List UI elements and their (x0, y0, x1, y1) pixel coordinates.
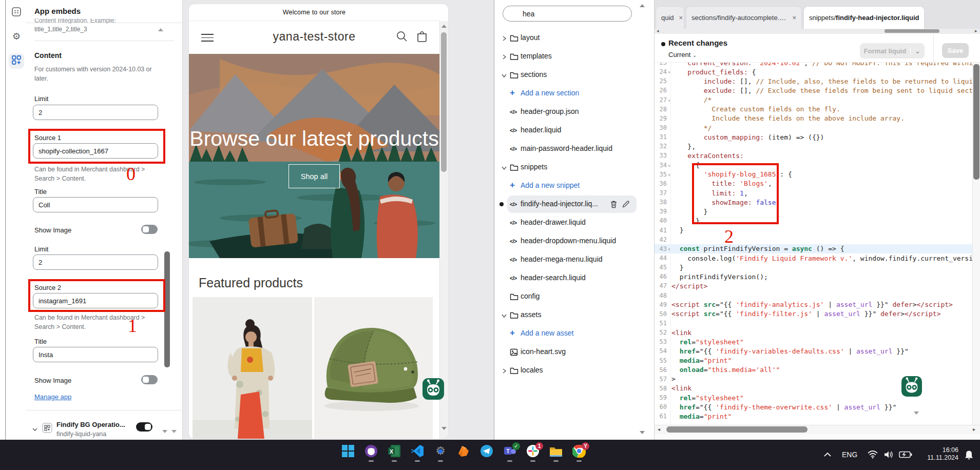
code-line-24[interactable]: 24∨ product_fields: { (655, 67, 972, 76)
cart-bag-icon[interactable] (415, 30, 429, 43)
code-line-56[interactable]: 56 onload="this.media='all'" (655, 365, 972, 375)
tree-file-header-dropdown-menu-liquid[interactable]: </>header-dropdown-menu.liquid (494, 232, 655, 250)
code-line-48[interactable]: 48 (655, 291, 972, 300)
code-line-29[interactable]: 29 Include these fields on the above inc… (655, 114, 972, 123)
code-line-59[interactable]: 59 rel="stylesheet" (655, 393, 972, 402)
chevron-down-icon[interactable] (501, 164, 508, 171)
taskbar-teams-icon[interactable]: T✓ (503, 444, 517, 462)
notification-bell-icon[interactable] (964, 450, 974, 460)
volume-icon[interactable] (884, 451, 894, 459)
code-line-33[interactable]: 33 extraContents: (655, 151, 972, 160)
tree-action-add-a-new-asset[interactable]: +Add a new asset (494, 324, 655, 343)
tab-scrollbar-thumb[interactable] (885, 29, 939, 33)
tree-file-icon-heart-svg[interactable]: icon-heart.svg (494, 343, 655, 361)
edit-icon[interactable] (622, 200, 630, 208)
tab-partial-liquid[interactable]: quid× (656, 6, 684, 29)
tab-findify-head-injector[interactable]: snippets/findify-head-injector.liquid× (803, 6, 925, 29)
format-liquid-button[interactable]: Format liquid⌄ (860, 43, 925, 58)
chevron-down-icon[interactable] (501, 311, 508, 319)
tree-folder-locales[interactable]: locales (494, 361, 655, 380)
code-line-31[interactable]: 31 custom_mapping: (item) => ({}) (655, 132, 972, 142)
tree-folder-snippets[interactable]: snippets (494, 158, 655, 177)
version-select[interactable]: Current ⌄ (668, 51, 697, 58)
findify-assistant-button[interactable] (901, 376, 922, 399)
scroll-left-icon[interactable]: ◂ (658, 426, 660, 432)
code-line-60[interactable]: 60 href="{{ 'findify-theme-overwrite.css… (655, 402, 972, 412)
code-line-32[interactable]: 32 }, (655, 142, 972, 151)
scroll-left-icon[interactable]: ◂ (657, 28, 659, 33)
code-line-53[interactable]: 53 rel="stylesheet" (655, 337, 972, 346)
title2-input[interactable] (33, 347, 158, 362)
taskbar-fox-browser-icon[interactable] (456, 444, 471, 462)
code-line-26[interactable]: 26 exclude: [], // Exclude these fields … (655, 86, 972, 95)
tree-file-header-group-json[interactable]: </>header-group.json (494, 103, 655, 121)
sidebar-item-theme-settings[interactable]: ⚙ (9, 29, 24, 44)
wifi-icon[interactable] (868, 451, 878, 459)
limit1-input[interactable] (33, 105, 158, 120)
tree-folder-sections[interactable]: sections (494, 66, 655, 84)
tab-findify-autocomplete[interactable]: sections/findify-autocomplete.liquid× (686, 6, 802, 29)
code-line-57[interactable]: 57> (655, 375, 972, 384)
code-line-41[interactable]: 41 } (655, 226, 972, 235)
close-icon[interactable]: × (792, 14, 796, 22)
code-line-39[interactable]: 39 } (655, 207, 972, 216)
tree-file-header-mega-menu-liquid[interactable]: </>header-mega-menu.liquid (494, 250, 655, 269)
tree-file-header-liquid[interactable]: </>header.liquid (494, 121, 655, 140)
chevron-down-icon[interactable]: ⌄ (910, 47, 925, 55)
tree-file-header-drawer-liquid[interactable]: </>header-drawer.liquid (494, 213, 655, 232)
code-line-52[interactable]: 52<link (655, 328, 972, 337)
show-image1-toggle[interactable] (141, 225, 158, 234)
scroll-up-icon[interactable] (441, 25, 447, 28)
product-image-dress[interactable] (193, 297, 312, 439)
code-line-34[interactable]: 34∨ { (655, 161, 972, 170)
code-line-49[interactable]: 49<script src="{{ 'findify-analytics.js'… (655, 300, 972, 309)
source2-input[interactable] (33, 293, 158, 308)
product-image-cap[interactable] (314, 297, 433, 439)
code-line-40[interactable]: 40 } (655, 216, 972, 225)
sidebar-item-app-embeds[interactable] (9, 53, 24, 69)
trash-icon[interactable] (610, 200, 618, 208)
code-line-27[interactable]: 27∨ /* (655, 95, 972, 105)
scroll-down-icon[interactable] (640, 431, 645, 434)
shop-all-button[interactable]: Shop all (289, 164, 340, 188)
search-icon[interactable] (395, 30, 409, 43)
title1-input[interactable] (33, 197, 158, 212)
code-line-51[interactable]: 51 (655, 319, 972, 328)
chevron-right-icon[interactable] (501, 367, 508, 374)
tree-folder-assets[interactable]: assets (494, 306, 655, 324)
taskbar-slack-icon[interactable]: 1 (526, 444, 540, 462)
code-line-28[interactable]: 28 Create custom fields on the fly. (655, 105, 972, 114)
tree-file-main-password-header-liquid[interactable]: </>main-password-header.liquid (494, 140, 655, 158)
code-line-43[interactable]: 43∨ const printFindifyVersion = async ()… (655, 244, 972, 253)
code-line-44[interactable]: 44 console.log('Findify Liquid Framework… (655, 253, 972, 263)
code-line-36[interactable]: 36 title: 'Blogs', (655, 179, 972, 188)
editor-hscrollbar-thumb[interactable] (666, 426, 808, 433)
tray-expand-icon[interactable] (823, 452, 832, 458)
manage-app-link[interactable]: Manage app (34, 393, 71, 401)
sidebar-item-sections[interactable] (9, 5, 24, 21)
show-image2-toggle[interactable] (141, 375, 158, 384)
clock[interactable]: 16:06 11.11.2024 (927, 446, 958, 462)
chevron-down-icon[interactable] (501, 71, 508, 79)
taskbar-chrome-icon[interactable]: Y (572, 444, 586, 462)
battery-icon[interactable] (899, 451, 912, 458)
code-line-35[interactable]: 35∨ 'shopify-blog_1685': { (655, 170, 972, 179)
taskbar-windows-start-icon[interactable] (341, 444, 355, 462)
findify-assistant-button[interactable] (422, 378, 444, 402)
save-button[interactable]: Save (942, 43, 969, 58)
code-line-50[interactable]: 50<script src="{{ 'findify-filter.js' | … (655, 309, 972, 319)
scroll-down-icon[interactable] (441, 427, 447, 430)
scroll-right-icon[interactable]: ▸ (973, 426, 975, 432)
collapse-chevron-icon[interactable] (158, 28, 163, 31)
tree-file-findify-head-injector-liq[interactable]: </>findify-head-injector.liq... (494, 195, 655, 213)
chevron-right-icon[interactable] (501, 53, 508, 60)
taskbar-file-explorer-icon[interactable] (549, 444, 563, 462)
code-area[interactable]: 23 current_version: '2024-10.02', // DO … (655, 58, 972, 425)
tree-action-add-a-new-section[interactable]: +Add a new section (494, 84, 655, 103)
panel-scrollbar-thumb[interactable] (164, 251, 170, 367)
limit2-input[interactable] (33, 254, 158, 270)
code-line-30[interactable]: 30 */ (655, 123, 972, 132)
findify-embed-toggle[interactable] (136, 422, 152, 432)
tree-file-header-search-liquid[interactable]: </>header-search.liquid (494, 269, 655, 287)
code-line-47[interactable]: 47</script> (655, 281, 972, 290)
